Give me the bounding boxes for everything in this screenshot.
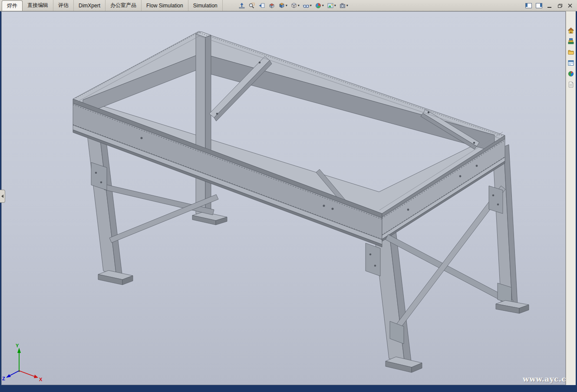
dropdown-arrow-icon: ▾ [286,4,287,7]
apply-scene-icon[interactable]: ▾ [326,1,337,10]
document-glyph [567,81,574,88]
close-button[interactable] [567,3,574,9]
apply-scene-glyph [327,2,334,9]
edit-appearance-icon[interactable]: ▾ [314,1,325,10]
tab-office-products[interactable]: 办公室产品 [106,0,142,11]
home-glyph [567,27,574,34]
task-pane [566,11,576,385]
pane-right-glyph [536,3,542,8]
edit-appearance-glyph [315,2,322,9]
view-settings-icon[interactable]: ▾ [338,1,349,10]
dropdown-arrow-icon: ▾ [334,4,336,7]
dropdown-arrow-icon: ▾ [298,4,300,7]
commandmanager-tabs: 焊件 直接编辑 评估 DimXpert 办公室产品 Flow Simulatio… [2,0,223,11]
dropdown-arrow-icon: ▾ [322,4,324,7]
appearances-scenes-icon[interactable] [567,69,575,78]
zoom-to-area-icon[interactable] [247,1,256,10]
solidworks-resources-icon[interactable] [567,26,575,35]
tab-label: 直接编辑 [27,2,48,9]
library-glyph [567,38,574,45]
minimize-button[interactable] [546,3,553,9]
zoom-to-fit-glyph [238,2,245,9]
dropdown-arrow-icon: ▾ [310,4,312,7]
tab-label: 焊件 [7,2,17,10]
chevron-left-icon [1,194,3,198]
collapse-pane-arrow[interactable] [0,190,5,203]
view-settings-glyph [339,2,346,9]
appearance-sphere-glyph [567,70,574,77]
previous-view-icon[interactable] [257,1,266,10]
graphics-area[interactable] [1,11,566,385]
close-icon [568,3,572,8]
tab-label: Flow Simulation [146,3,183,9]
view-orientation-glyph [278,2,285,9]
zoom-to-fit-icon[interactable] [237,1,246,10]
dropdown-arrow-icon: ▾ [346,4,348,7]
tab-simulation[interactable]: Simulation [188,0,223,11]
hide-show-items-icon[interactable]: ▾ [302,1,313,10]
tab-evaluate[interactable]: 评估 [53,0,74,11]
tab-direct-editing[interactable]: 直接编辑 [23,0,53,11]
watermark: www.ayc.cn [523,375,572,383]
pane-toggle-right-icon[interactable] [535,3,542,9]
view-orientation-icon[interactable]: ▾ [277,1,288,10]
tab-label: 评估 [58,2,69,9]
design-library-icon[interactable] [567,37,575,46]
custom-properties-icon[interactable] [567,80,575,89]
tab-dimxpert[interactable]: DimXpert [74,0,106,11]
folder-glyph [567,49,574,56]
minimize-icon [547,7,551,8]
zoom-to-area-glyph [248,2,255,9]
command-bar: 焊件 直接编辑 评估 DimXpert 办公室产品 Flow Simulatio… [0,0,577,11]
restore-button[interactable] [556,3,563,9]
display-style-icon[interactable]: ▾ [290,1,300,10]
tab-label: DimXpert [79,3,100,9]
tab-flow-simulation[interactable]: Flow Simulation [142,0,188,11]
section-view-glyph [268,2,275,9]
section-view-icon[interactable] [267,1,276,10]
tab-weldments[interactable]: 焊件 [2,0,23,11]
view-palette-icon[interactable] [567,59,575,67]
window-controls [525,3,577,9]
pane-left-glyph [525,3,532,8]
pane-toggle-left-icon[interactable] [525,3,532,9]
tab-label: 办公室产品 [110,2,136,9]
file-explorer-icon[interactable] [567,48,575,56]
previous-view-glyph [258,2,265,9]
heads-up-view-toolbar: ▾ ▾ ▾ ▾ ▾ ▾ [237,1,349,10]
display-style-glyph [290,2,297,9]
hide-show-items-glyph [303,2,310,9]
palette-glyph [567,59,574,66]
restore-icon [558,4,562,7]
tab-label: Simulation [193,3,218,9]
